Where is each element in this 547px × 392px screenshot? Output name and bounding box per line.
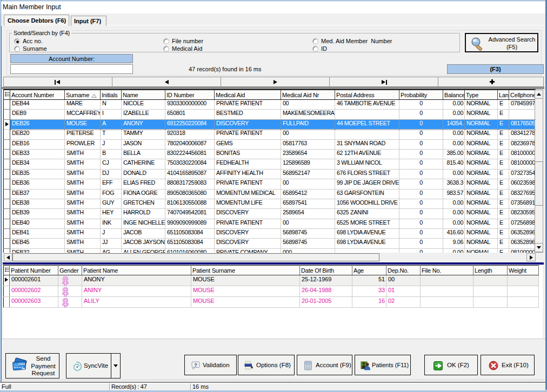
svg-text:?: ? (194, 362, 197, 368)
svg-text:VISA: VISA (18, 362, 25, 366)
